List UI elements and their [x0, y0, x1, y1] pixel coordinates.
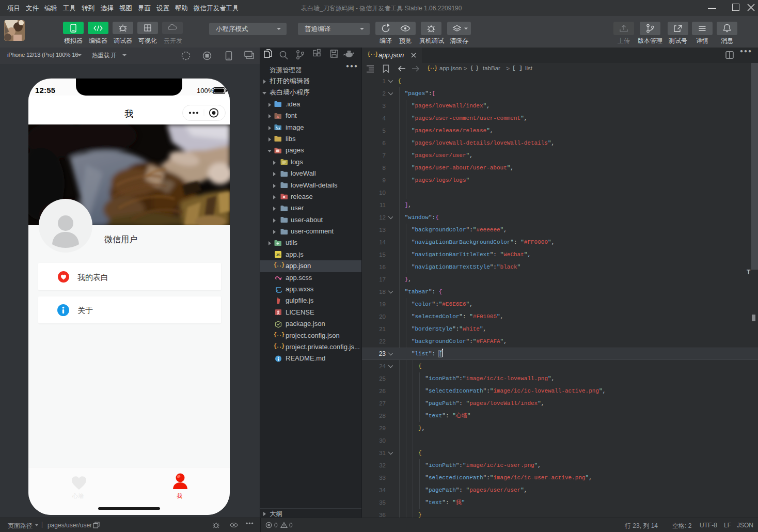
svg-text:A: A: [276, 114, 279, 119]
svg-text:JS: JS: [276, 253, 280, 257]
